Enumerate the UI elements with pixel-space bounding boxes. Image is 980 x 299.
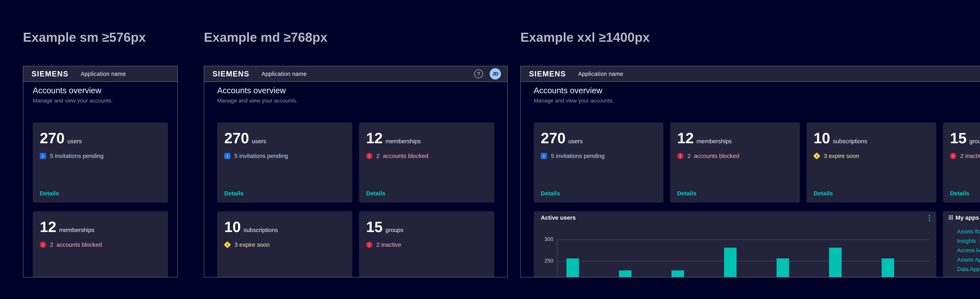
- page-title: Accounts overview: [217, 86, 494, 95]
- my-apps-link[interactable]: Assets App›: [957, 255, 980, 264]
- stat-alert: ! 2 accounts blocked: [366, 153, 487, 159]
- details-link[interactable]: Details: [40, 190, 59, 197]
- stat-alert: ! 2 accounts blocked: [40, 242, 161, 248]
- my-apps-link-list: Assets flow›Insights›Access key›Assets A…: [957, 227, 980, 274]
- stat-alert: i 5 invitations pending: [40, 153, 161, 159]
- app-header: SIEMENS Application name: [23, 66, 177, 82]
- page-subtitle: Manage and view your accounts.: [33, 98, 168, 104]
- avatar[interactable]: JD: [490, 68, 501, 80]
- stat-alert: ! 3 expire soon: [224, 242, 345, 248]
- stat-card-users: 270 users i 5 invitations pending Detail…: [534, 122, 663, 203]
- stat-value: 15: [366, 220, 383, 234]
- siemens-logo: SIEMENS: [529, 70, 566, 78]
- example-frame-sm: SIEMENS Application name Accounts overvi…: [23, 66, 178, 277]
- alert-text: 2 inactive: [960, 153, 980, 159]
- active-users-chart-panel: Active users 300 250: [534, 211, 936, 277]
- application-name: Application name: [262, 71, 307, 77]
- stat-card-users: 270 users i 5 invitations pending Detail…: [217, 122, 352, 203]
- stat-value: 12: [40, 220, 56, 234]
- my-apps-link[interactable]: Insights›: [957, 236, 980, 246]
- page-title: Accounts overview: [534, 86, 980, 95]
- my-apps-link[interactable]: Data App›: [957, 264, 980, 274]
- stat-unit: subscriptions: [833, 138, 867, 145]
- page-title: Accounts overview: [33, 86, 168, 95]
- my-apps-link[interactable]: Assets flow›: [957, 227, 980, 236]
- details-link[interactable]: Details: [224, 190, 243, 197]
- warning-icon: !: [813, 153, 821, 160]
- error-icon: !: [40, 242, 46, 248]
- my-apps-link-label: Data App: [957, 266, 980, 272]
- details-link[interactable]: Details: [814, 190, 833, 197]
- info-icon: i: [40, 153, 46, 159]
- error-icon: !: [366, 153, 372, 159]
- help-icon[interactable]: ?: [474, 70, 483, 78]
- stat-alert: ! 2 accounts blocked: [677, 153, 793, 159]
- gridline-300: [557, 239, 929, 240]
- alert-text: 5 invitations pending: [50, 153, 104, 159]
- siemens-logo: SIEMENS: [32, 70, 68, 78]
- y-axis-line: [557, 239, 557, 277]
- stat-value: 10: [814, 131, 830, 145]
- my-apps-link-label: Assets App: [957, 257, 980, 263]
- stat-card-memberships: 12 memberships ! 2 accounts blocked Deta…: [359, 122, 494, 203]
- stat-unit: memberships: [697, 138, 732, 145]
- stat-unit: memberships: [59, 227, 94, 233]
- stat-value: 15: [950, 131, 967, 145]
- bar: [619, 270, 632, 277]
- stat-card-users: 270 users i 5 invitations pending Detail…: [33, 122, 168, 203]
- stat-alert: i 5 invitations pending: [224, 153, 345, 159]
- stat-unit: users: [568, 138, 583, 145]
- breakpoint-examples-canvas: Example sm ≥576px Example md ≥768px Exam…: [0, 0, 980, 299]
- example-frame-md: SIEMENS Application name ? JD Accounts o…: [204, 66, 508, 277]
- my-apps-link-label: Insights: [957, 238, 976, 244]
- stat-unit: groups: [385, 227, 404, 233]
- error-icon: !: [950, 153, 956, 159]
- alert-text: 2 inactive: [376, 242, 401, 248]
- details-link[interactable]: Details: [366, 190, 385, 197]
- alert-text: 2 accounts blocked: [376, 153, 428, 159]
- stat-card-memberships: 12 memberships ! 2 accounts blocked Deta…: [670, 122, 800, 203]
- stat-value: 270: [541, 131, 566, 145]
- details-link[interactable]: Details: [541, 190, 560, 197]
- kebab-menu-icon[interactable]: [929, 214, 931, 222]
- stat-card-subscriptions: 10 subscriptions ! 3 expire soon Details: [807, 122, 936, 203]
- error-icon: !: [366, 242, 372, 248]
- application-name: Application name: [578, 71, 623, 77]
- alert-text: 2 accounts blocked: [687, 153, 739, 159]
- example-frame-xxl: SIEMENS Application name ? JD Accounts o…: [520, 66, 980, 277]
- stat-unit: subscriptions: [243, 227, 278, 233]
- alert-text: 3 expire soon: [234, 242, 270, 248]
- gridline-250: [557, 261, 929, 261]
- stat-value: 12: [677, 131, 694, 145]
- stat-card-subscriptions: 10 subscriptions ! 3 expire soon Details: [217, 211, 352, 277]
- stat-unit: memberships: [385, 138, 421, 145]
- alert-text: 2 accounts blocked: [50, 242, 102, 248]
- stat-value: 10: [224, 220, 241, 234]
- error-icon: !: [677, 153, 684, 159]
- warning-icon: !: [224, 241, 231, 248]
- details-link[interactable]: Details: [677, 190, 697, 197]
- stat-alert: ! 2 inactive: [366, 242, 487, 248]
- stat-value: 12: [366, 131, 383, 145]
- alert-text: 5 invitations pending: [234, 153, 288, 159]
- my-apps-link-label: Access key: [957, 247, 980, 254]
- chart-title: Active users: [541, 214, 576, 221]
- my-apps-title: My apps: [956, 214, 979, 221]
- stat-card-groups: 15 groups ! 2 inactive Details: [943, 122, 980, 203]
- page-subtitle: Manage and view your accounts.: [217, 98, 494, 104]
- stat-unit: users: [252, 138, 266, 145]
- my-apps-link[interactable]: Access key›: [957, 246, 980, 255]
- alert-text: 3 expire soon: [824, 153, 859, 159]
- details-link[interactable]: Details: [950, 190, 969, 197]
- drag-grip-icon[interactable]: [948, 215, 953, 220]
- bar: [829, 248, 842, 277]
- example-heading-md: Example md ≥768px: [204, 30, 328, 45]
- bar: [776, 258, 789, 277]
- example-heading-sm: Example sm ≥576px: [23, 30, 146, 45]
- chevron-right-icon: ›: [979, 238, 980, 244]
- my-apps-link-label: Assets flow: [957, 229, 980, 235]
- stat-unit: users: [67, 138, 82, 145]
- alert-text: 5 invitations pending: [551, 153, 605, 159]
- app-header: SIEMENS Application name ? JD: [521, 66, 980, 82]
- y-axis-tick-250: 250: [534, 258, 553, 264]
